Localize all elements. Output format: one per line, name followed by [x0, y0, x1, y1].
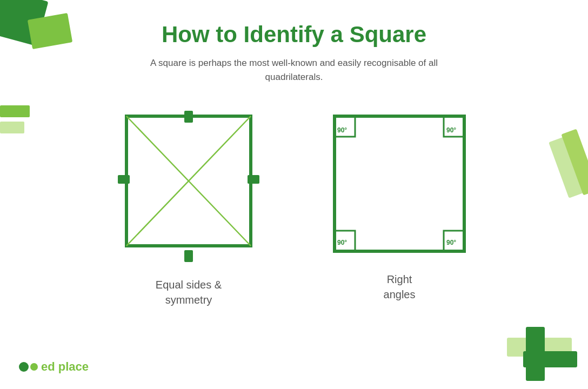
- page-subtitle: A square is perhaps the most well-known …: [132, 56, 456, 84]
- left-square-svg: [110, 105, 267, 267]
- angle-bl: 90°: [337, 239, 347, 246]
- diagrams-row: Equal sides & symmetry 90° 90° 9: [110, 105, 478, 307]
- logo-circle-green: [19, 362, 29, 372]
- right-diagram-label: Right angles: [384, 272, 416, 302]
- angle-tl: 90°: [337, 126, 347, 134]
- logo-text: ed place: [41, 360, 89, 374]
- right-diagram: 90° 90° 90° 90° Right angles: [321, 105, 478, 302]
- left-diagram-label: Equal sides & symmetry: [156, 277, 222, 307]
- logo: ed place: [19, 360, 89, 374]
- left-square-wrapper: [110, 105, 267, 267]
- left-diagram: Equal sides & symmetry: [110, 105, 267, 307]
- main-content: How to Identify a Square A square is per…: [0, 0, 588, 307]
- angle-br: 90°: [446, 239, 456, 246]
- angle-tr: 90°: [446, 126, 456, 134]
- svg-rect-6: [248, 175, 259, 184]
- logo-circle-lime: [30, 363, 38, 371]
- svg-rect-5: [118, 175, 130, 184]
- svg-rect-4: [184, 250, 193, 262]
- right-square-wrapper: 90° 90° 90° 90°: [321, 105, 478, 262]
- svg-rect-3: [184, 111, 193, 123]
- deco-bottom-right-cross-h2: [523, 351, 577, 367]
- page-title: How to Identify a Square: [162, 22, 426, 48]
- right-square-svg: 90° 90° 90° 90°: [321, 105, 478, 262]
- logo-circles: [19, 362, 38, 372]
